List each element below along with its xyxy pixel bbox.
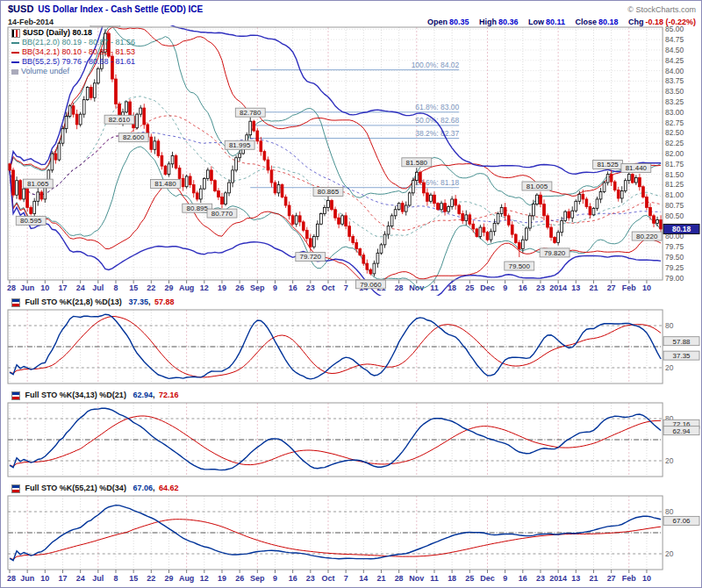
svg-text:80.50: 80.50 (665, 212, 684, 220)
svg-text:Nov: Nov (409, 574, 424, 583)
svg-text:2014: 2014 (549, 574, 567, 583)
svg-text:82.780: 82.780 (240, 109, 261, 117)
svg-text:13: 13 (571, 283, 580, 292)
svg-text:16: 16 (519, 574, 527, 583)
svg-text:13: 13 (571, 574, 580, 583)
svg-text:8: 8 (113, 283, 118, 292)
svg-text:81.25: 81.25 (665, 180, 684, 189)
svg-text:83.00: 83.00 (665, 108, 684, 117)
svg-text:80.895: 80.895 (187, 204, 209, 212)
svg-text:80.595: 80.595 (20, 217, 42, 225)
svg-text:Aug: Aug (179, 574, 194, 583)
svg-text:79.25: 79.25 (665, 263, 684, 272)
stoch-3-label: Full STO %K(55,21) %D(34) (25, 484, 126, 492)
stoch-3-k-value: 67.06 (133, 484, 153, 492)
svg-text:79.50: 79.50 (665, 253, 684, 262)
svg-text:Aug: Aug (179, 283, 194, 292)
svg-text:81.065: 81.065 (27, 180, 49, 188)
stoch-1-k-value: 37.35 (128, 298, 148, 306)
stoch-2-k-value: 62.94 (133, 391, 153, 399)
svg-text:27: 27 (607, 574, 616, 583)
svg-text:24: 24 (76, 574, 85, 583)
svg-text:Sep: Sep (250, 574, 265, 583)
svg-text:9: 9 (273, 574, 277, 583)
svg-text:83.50: 83.50 (665, 87, 684, 96)
svg-text:82.25: 82.25 (665, 139, 684, 147)
svg-text:80.18: 80.18 (672, 225, 691, 233)
svg-text:79.720: 79.720 (300, 253, 322, 261)
stoch-1-d-value: 57.88 (154, 298, 175, 306)
svg-text:29: 29 (165, 574, 174, 583)
svg-text:10: 10 (40, 574, 49, 583)
svg-text:23: 23 (306, 283, 315, 292)
svg-text:38.2%: 82.37: 38.2%: 82.37 (415, 129, 459, 138)
svg-text:82.00: 82.00 (665, 149, 684, 158)
svg-text:21: 21 (589, 574, 598, 583)
svg-text:79.75: 79.75 (665, 242, 684, 251)
svg-text:Oct: Oct (322, 574, 335, 583)
svg-text:28: 28 (395, 283, 404, 292)
svg-text:9: 9 (503, 283, 507, 292)
svg-text:12: 12 (200, 283, 209, 292)
svg-text:81.480: 81.480 (154, 180, 176, 188)
svg-text:23: 23 (536, 283, 545, 292)
svg-text:80.770: 80.770 (211, 210, 233, 218)
stoch-2-label: Full STO %K(34,13) %D(21) (25, 391, 126, 399)
svg-text:8: 8 (113, 574, 118, 583)
svg-text:84.75: 84.75 (665, 35, 684, 44)
svg-text:Dec: Dec (480, 574, 494, 583)
stoch-1-label: Full STO %K(21,8) %D(13) (25, 298, 122, 306)
svg-text:28: 28 (7, 283, 16, 292)
svg-text:25: 25 (465, 574, 474, 583)
svg-text:67.06: 67.06 (673, 517, 691, 525)
svg-text:14: 14 (359, 574, 368, 583)
svg-text:19: 19 (218, 283, 226, 292)
svg-text:82.50: 82.50 (665, 128, 684, 137)
svg-text:20: 20 (665, 456, 674, 465)
svg-text:28: 28 (7, 574, 16, 583)
stochastic-1-icon (11, 298, 20, 307)
svg-text:11: 11 (430, 574, 438, 583)
svg-text:29: 29 (165, 283, 174, 292)
svg-text:81.440: 81.440 (626, 164, 648, 172)
svg-text:79.00: 79.00 (665, 274, 684, 283)
stoch-panel-2-legend: Full STO %K(34,13) %D(21) 62.94, 72.16 (1, 389, 701, 401)
svg-text:84.00: 84.00 (665, 67, 684, 75)
svg-text:16: 16 (289, 283, 297, 292)
stoch-panel-3-legend: Full STO %K(55,21) %D(34) 67.06, 64.62 (1, 482, 701, 494)
svg-text:20: 20 (665, 363, 674, 372)
main-price-panel: 85.0084.7584.5084.2584.0083.7583.5083.25… (1, 25, 701, 296)
svg-text:11: 11 (430, 283, 438, 292)
svg-text:Dec: Dec (480, 283, 494, 292)
svg-text:10: 10 (40, 283, 49, 292)
svg-text:7: 7 (344, 283, 348, 292)
svg-text:7: 7 (344, 574, 348, 583)
svg-text:25: 25 (465, 283, 474, 292)
stoch-panel-1-canvas: 802057.8837.35 (1, 308, 701, 389)
svg-text:10: 10 (642, 283, 651, 292)
svg-text:Sep: Sep (250, 283, 265, 292)
svg-text:83.75: 83.75 (665, 76, 684, 85)
stoch-panel-3-canvas: 802067.0628Jun101724Jul8152229Aug121926S… (1, 494, 701, 587)
svg-text:21: 21 (376, 574, 385, 583)
svg-text:26: 26 (235, 283, 244, 292)
svg-text:Oct: Oct (322, 283, 335, 292)
svg-text:81.525: 81.525 (597, 161, 619, 169)
svg-text:22: 22 (147, 283, 155, 292)
svg-text:16: 16 (519, 283, 527, 292)
stoch-2-d-value: 72.16 (159, 391, 179, 399)
stoch-3-d-value: 64.62 (159, 484, 179, 492)
svg-text:81.75: 81.75 (665, 160, 684, 169)
symbol-label: $USD (8, 4, 33, 14)
svg-text:9: 9 (273, 283, 277, 292)
svg-text:Jul: Jul (92, 283, 104, 292)
svg-text:84.25: 84.25 (665, 56, 684, 65)
svg-text:17: 17 (59, 574, 68, 583)
svg-text:9: 9 (503, 574, 507, 583)
svg-text:28: 28 (395, 574, 404, 583)
svg-text:61.8%: 83.00: 61.8%: 83.00 (415, 103, 459, 111)
main-chart-canvas: 85.0084.7584.5084.2584.0083.7583.5083.25… (1, 25, 701, 296)
svg-text:Feb: Feb (622, 574, 636, 583)
copyright-label: © StockCharts.com (627, 4, 696, 15)
svg-text:26: 26 (235, 574, 244, 583)
